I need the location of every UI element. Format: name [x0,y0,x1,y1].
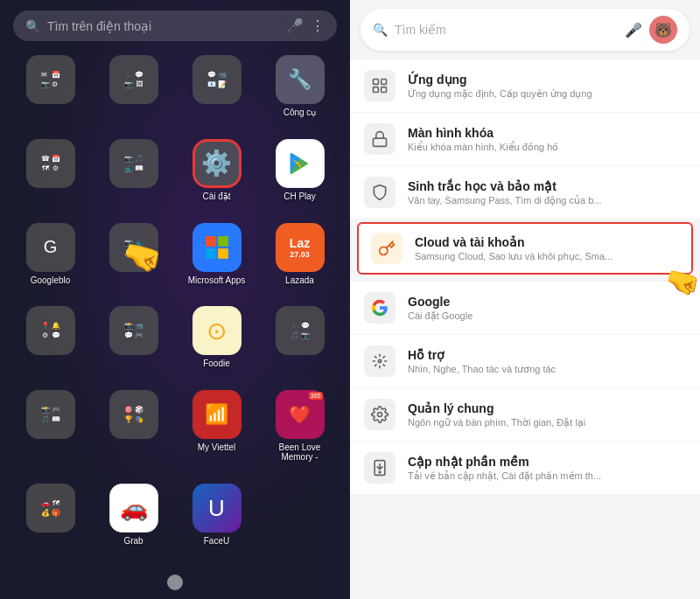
settings-title-ung-dung: Ứng dụng [408,73,686,87]
settings-subtitle-google: Cài đặt Google [408,310,686,322]
list-item[interactable]: 💬📹📧📝 [179,55,254,130]
settings-item-google[interactable]: Google Cài đặt Google [350,282,700,334]
svg-rect-8 [374,138,387,146]
right-search-input[interactable] [395,23,618,37]
list-item[interactable]: 📞💬📷🖼 [96,55,171,130]
app-label-grab: Grab [123,536,143,546]
list-item[interactable]: 📸📹💬🎮 [96,306,171,381]
left-search-input[interactable] [47,19,279,33]
svg-rect-4 [374,80,379,85]
app-icon-my-viettel: 📶 [192,390,242,439]
app-item-my-viettel[interactable]: 📶 My Viettel [179,390,254,475]
settings-list: Ứng dụng Ứng dụng mặc định, Cấp quyền ứn… [350,56,700,599]
right-search-bar[interactable]: 🔍 🎤 🐻 [360,9,690,51]
app-label-ch-play: CH Play [284,192,316,201]
list-item[interactable]: ☎📅🗺⚙ [13,139,88,214]
settings-icon-cap-nhat [364,452,396,484]
app-item-lazada[interactable]: Laz 27.03 Lazada [262,223,337,298]
avatar-icon: 🐻 [654,22,672,38]
app-item-faceu[interactable]: U FaceU [179,484,254,559]
settings-item-quan-ly-chung[interactable]: Quản lý chung Ngôn ngữ và bàn phím, Thời… [350,388,700,441]
list-item[interactable]: 📍🔔⚙💬 [13,306,88,381]
settings-icon-quan-ly-chung [364,399,396,430]
settings-subtitle-quan-ly-chung: Ngôn ngữ và bàn phím, Thời gian, Đặt lại [408,417,686,428]
left-search-bar[interactable]: 🔍 🎤 ⋮ [13,10,337,41]
settings-title-quan-ly-chung: Quản lý chung [408,401,686,415]
app-icon-wrap: 🔧 [276,55,325,104]
app-label-my-viettel: My Viettel [198,442,236,452]
app-icon-wrap: 📸📹💬🎮 [109,306,158,355]
app-item-cai-dat[interactable]: ⚙️ Cài đặt [179,139,254,214]
settings-item-man-hinh-khoa[interactable]: Màn hình khóa Kiểu khóa màn hình, Kiểu đ… [350,113,700,165]
app-item-been-love[interactable]: ❤️ 365 Been Love Memory - [262,390,337,475]
app-icon-lazada: Laz 27.03 [276,223,325,272]
app-icon-wrap: 📞💬📷🖼 [109,55,158,104]
app-icon-grab: 🚗 [109,484,158,533]
settings-title-google: Google [408,295,686,309]
app-icon-wrap: 🚗🗺💰🎁 [26,484,75,533]
app-icon-wrap: G [26,223,75,272]
list-item[interactable]: 🚗🗺💰🎁 [13,484,88,559]
app-grid: ✉📅📷⚙ 📞💬📷🖼 💬📹📧📝 🔧 [0,48,350,566]
settings-text-sinh-trac-hoc: Sinh trắc học và bảo mật Vân tay, Samsun… [408,179,686,206]
settings-item-cloud[interactable]: Cloud và tài khoản Samsung Cloud, Sao lư… [357,222,693,275]
svg-point-10 [378,413,382,417]
settings-subtitle-sinh-trac-hoc: Vân tay, Samsung Pass, Tìm di động của b… [408,195,686,206]
mic-icon[interactable]: 🎤 [286,17,304,34]
settings-icon-sinh-trac-hoc [364,177,396,208]
settings-text-cap-nhat: Cập nhật phần mềm Tải về bản cập nhật, C… [408,455,686,482]
list-item[interactable]: 🎯🎲🏆🎭 [96,390,171,475]
app-icon-microsoft [192,223,242,272]
app-icon-wrap: 📷🎵📺📖 [109,139,158,188]
list-item[interactable]: G Googleblo [13,223,88,298]
settings-icon-man-hinh-khoa [364,123,396,155]
svg-rect-1 [218,236,228,247]
settings-text-cloud: Cloud và tài khoản Samsung Cloud, Sao lư… [415,235,679,262]
app-label-cai-dat: Cài đặt [202,192,230,201]
list-item[interactable]: 📷🎵📺📖 [96,139,171,214]
app-label-lazada: Lazada [285,275,314,285]
app-icon-wrap: 📍🔔⚙💬 [26,306,75,355]
app-icon-been-love: ❤️ 365 [276,390,325,439]
home-dot[interactable] [167,575,183,590]
settings-text-google: Google Cài đặt Google [408,295,686,322]
list-item[interactable]: 📞💬🎵📷 [262,306,337,381]
app-icon-foodie: ⊙ [192,306,242,355]
settings-subtitle-ho-tro: Nhìn, Nghe, Thao tác và tương tác [408,364,686,375]
svg-point-9 [378,359,381,362]
settings-item-cap-nhat[interactable]: Cập nhật phần mềm Tải về bản cập nhật, C… [350,442,700,494]
list-item[interactable]: ✉📅📷⚙ [13,55,88,130]
app-icon-wrap: ✉📅📷⚙ [26,55,75,104]
app-label-faceu: FaceU [204,536,229,546]
settings-item-ung-dung[interactable]: Ứng dụng Ứng dụng mặc định, Cấp quyền ứn… [350,59,700,112]
settings-title-man-hinh-khoa: Màn hình khóa [408,126,686,140]
settings-icon-google [364,292,396,324]
app-icon-wrap: 💬📹📧📝 [192,55,242,104]
settings-item-sinh-trac-hoc[interactable]: Sinh trắc học và bảo mật Vân tay, Samsun… [350,166,700,219]
app-icon-wrap: 🎯🎲🏆🎭 [109,390,158,439]
settings-item-ho-tro[interactable]: Hỗ trợ Nhìn, Nghe, Thao tác và tương tác [350,335,700,387]
svg-point-13 [379,471,381,473]
list-item[interactable]: 📸🎮🎵📖 [13,390,88,475]
app-item-grab[interactable]: 🚗 Grab [96,484,171,559]
search-icon: 🔍 [25,19,40,33]
app-item-ch-play[interactable]: CH Play [262,139,337,214]
app-item-cong-cu[interactable]: 🔧 Công cụ [262,55,337,130]
settings-icon-ung-dung [364,70,396,101]
avatar[interactable]: 🐻 [649,16,677,44]
settings-subtitle-ung-dung: Ứng dụng mặc định, Cấp quyền ứng dụng [408,88,686,100]
more-icon[interactable]: ⋮ [311,17,325,34]
settings-text-ung-dung: Ứng dụng Ứng dụng mặc định, Cấp quyền ứn… [408,73,686,100]
app-label-googleblo: Googleblo [31,275,71,285]
settings-title-ho-tro: Hỗ trợ [408,348,686,362]
svg-rect-3 [218,248,228,259]
settings-app-icon: ⚙️ [192,139,242,188]
settings-title-cap-nhat: Cập nhật phần mềm [408,455,686,469]
mic-icon-right[interactable]: 🎤 [625,22,642,38]
app-item-foodie[interactable]: ⊙ Foodie [179,306,254,381]
settings-icon-cloud [371,233,402,264]
bottom-nav [0,566,350,599]
app-icon-wrap [276,139,325,188]
app-item-microsoft[interactable]: Microsoft Apps [179,223,254,298]
svg-rect-7 [382,87,387,93]
